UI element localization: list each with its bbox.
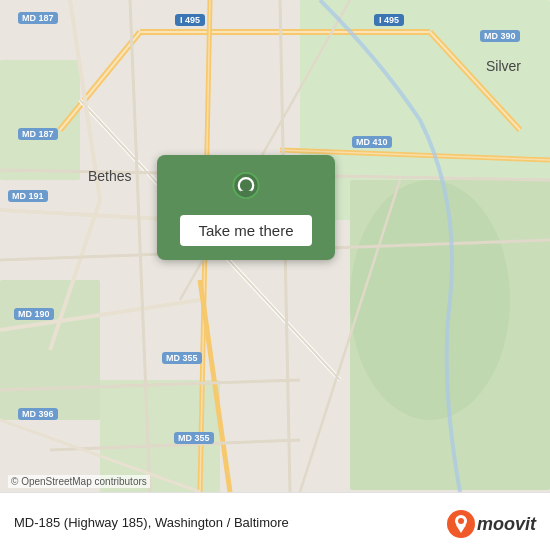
interstate-495-left: I 495 <box>175 14 205 26</box>
svg-marker-37 <box>456 525 466 533</box>
map-attribution: © OpenStreetMap contributors <box>8 475 150 488</box>
map-container: MD 187 MD 187 MD 191 MD 190 MD 396 MD 35… <box>0 0 550 550</box>
road-label-md187-mid: MD 187 <box>18 128 58 140</box>
road-label-md390: MD 390 <box>480 30 520 42</box>
road-label-md187-top: MD 187 <box>18 12 58 24</box>
bottom-bar: MD-185 (Highway 185), Washington / Balti… <box>0 492 550 550</box>
navigation-popup: Take me there <box>157 155 335 260</box>
moovit-logo: moovit <box>447 510 536 538</box>
location-title: MD-185 (Highway 185), Washington / Balti… <box>14 515 289 530</box>
location-pin-icon <box>228 171 264 207</box>
road-label-md355-upper: MD 355 <box>162 352 202 364</box>
moovit-text: moovit <box>477 514 536 535</box>
road-label-md190: MD 190 <box>14 308 54 320</box>
road-label-md355-lower: MD 355 <box>174 432 214 444</box>
road-label-md396: MD 396 <box>18 408 58 420</box>
road-label-md191: MD 191 <box>8 190 48 202</box>
road-label-md410: MD 410 <box>352 136 392 148</box>
svg-point-6 <box>350 180 510 420</box>
interstate-495-right: I 495 <box>374 14 404 26</box>
moovit-icon <box>447 510 475 538</box>
svg-point-38 <box>458 518 464 524</box>
take-me-there-button[interactable]: Take me there <box>180 215 311 246</box>
